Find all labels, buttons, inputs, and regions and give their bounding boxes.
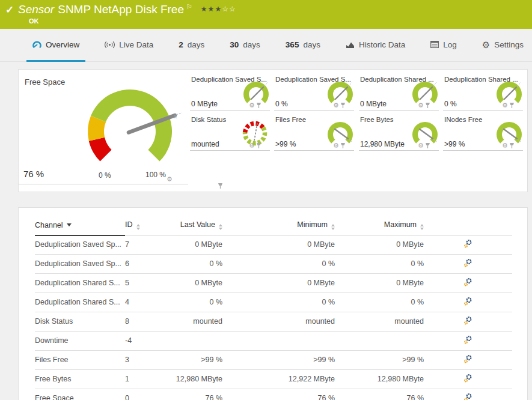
- gear-icon[interactable]: ⚙: [502, 142, 508, 149]
- channel-minimum: 76 %: [222, 389, 335, 400]
- tile-divider: [190, 110, 270, 111]
- tile-tools: ⚙: [333, 102, 346, 109]
- channel-settings-gears-icon[interactable]: [463, 374, 472, 383]
- tile-tools: ⚙: [249, 102, 261, 109]
- table-header-row: Channel ID Last Value Minimum Maximum: [35, 208, 512, 235]
- pin-icon[interactable]: [509, 142, 515, 149]
- tab-number: 30: [230, 40, 239, 49]
- channel-id: 7: [125, 235, 159, 255]
- pin-icon[interactable]: [218, 183, 223, 189]
- gauge-value: >99 %: [444, 140, 465, 148]
- channel-settings-gears-icon[interactable]: [463, 335, 472, 344]
- channel-settings-gears-icon[interactable]: [463, 239, 472, 248]
- channel-settings-gears-icon[interactable]: [463, 316, 472, 325]
- channel-name[interactable]: Deduplication Shared S...: [35, 274, 125, 293]
- tile-divider: [190, 150, 270, 151]
- channel-row[interactable]: Deduplication Saved Sp... 6 0 % 0 % 0 %: [35, 255, 512, 274]
- channel-name[interactable]: Free Bytes: [35, 370, 125, 389]
- channel-row[interactable]: Deduplication Shared S... 5 0 MByte 0 MB…: [35, 274, 512, 293]
- channel-row[interactable]: Free Space 0 76 % 76 % 76 %: [35, 389, 512, 400]
- channel-name[interactable]: Free Space: [35, 389, 125, 400]
- channel-settings-gears-icon[interactable]: [463, 258, 472, 267]
- column-header-channel[interactable]: Channel: [35, 208, 125, 235]
- tab-number: 2: [179, 40, 183, 49]
- gear-icon[interactable]: ⚙: [249, 102, 255, 109]
- gear-icon[interactable]: ⚙: [333, 102, 339, 109]
- gear-icon[interactable]: ⚙: [167, 176, 173, 183]
- gauge-tile-dedup-saved-percent[interactable]: Deduplication Saved S... 0 % ⚙: [274, 76, 356, 114]
- gauge-value: 0 %: [444, 100, 457, 108]
- tab-30-days[interactable]: 30 days: [224, 29, 266, 62]
- channel-row[interactable]: Disk Status 8 mounted mounted mounted: [35, 312, 512, 332]
- gauge-tile-dedup-shared-percent[interactable]: Deduplication Shared ... 0 % ⚙: [443, 76, 525, 114]
- channel-settings-gears-icon[interactable]: [463, 297, 472, 306]
- tab-365-days[interactable]: 365 days: [280, 29, 326, 62]
- pin-icon[interactable]: [425, 102, 430, 109]
- column-header-last-value[interactable]: Last Value: [159, 208, 222, 235]
- channel-settings-gears-icon[interactable]: [463, 354, 472, 363]
- gauge-tile-dedup-shared-bytes[interactable]: Deduplication Shared ... 0 MByte ⚙: [359, 76, 441, 114]
- priority-stars[interactable]: ★★★☆☆: [201, 5, 236, 13]
- sensor-kind-label: Sensor: [18, 3, 54, 16]
- sort-icon: [420, 224, 424, 230]
- flag-icon[interactable]: ⚐: [186, 3, 192, 10]
- channel-row[interactable]: Free Bytes 1 12,980 MByte 12,922 MByte 1…: [35, 370, 512, 389]
- pin-icon[interactable]: [425, 142, 430, 149]
- channel-row[interactable]: Deduplication Saved Sp... 7 0 MByte 0 MB…: [35, 235, 512, 255]
- channel-name[interactable]: Deduplication Saved Sp...: [35, 255, 125, 274]
- channel-name[interactable]: Deduplication Saved Sp...: [35, 235, 125, 255]
- channel-row[interactable]: Files Free 3 >99 % >99 % >99 %: [35, 351, 512, 370]
- channels-table: Channel ID Last Value Minimum Maximum De…: [35, 208, 512, 400]
- free-space-gauge-tile[interactable]: Free Space x 76 % 0 % 100 % ⚙: [19, 70, 188, 193]
- gauge-tile-inodes-free[interactable]: INodes Free >99 % ⚙: [443, 116, 525, 154]
- tab-live-data[interactable]: Live Data: [99, 29, 159, 62]
- channel-id: 5: [125, 274, 159, 293]
- gear-icon[interactable]: ⚙: [502, 102, 508, 109]
- channel-settings-gears-icon[interactable]: [463, 277, 472, 286]
- channel-name[interactable]: Deduplication Shared S...: [35, 293, 125, 312]
- log-icon: [430, 41, 439, 48]
- column-header-minimum[interactable]: Minimum: [222, 208, 335, 235]
- tab-settings[interactable]: ⚙ Settings: [476, 29, 530, 62]
- channel-row[interactable]: Deduplication Shared S... 4 0 % 0 % 0 %: [35, 293, 512, 312]
- gauge-tile-files-free[interactable]: Files Free >99 % ⚙: [274, 116, 356, 154]
- channel-row[interactable]: Downtime -4: [35, 332, 512, 351]
- channel-settings-gears-icon[interactable]: [463, 393, 472, 400]
- channel-id: 4: [125, 293, 159, 312]
- gear-icon[interactable]: ⚙: [249, 142, 255, 149]
- channel-name[interactable]: Disk Status: [35, 312, 125, 332]
- channel-last-value: 0 %: [159, 293, 222, 312]
- gauge-value: 0 %: [275, 100, 288, 108]
- gauge-title: Free Space: [25, 77, 65, 86]
- pin-icon[interactable]: [509, 102, 515, 109]
- pin-icon[interactable]: [340, 142, 346, 149]
- tab-label: Live Data: [119, 40, 153, 49]
- sensor-tabbar: Overview Live Data 2 days 30 days 365 da…: [0, 29, 532, 62]
- gear-icon[interactable]: ⚙: [333, 142, 339, 149]
- tab-overview[interactable]: Overview: [26, 29, 85, 62]
- gauge-tile-dedup-saved-bytes[interactable]: Deduplication Saved S... 0 MByte ⚙: [190, 76, 272, 114]
- tile-divider: [19, 184, 188, 184]
- gear-icon: ⚙: [482, 40, 490, 49]
- tab-log[interactable]: Log: [424, 29, 463, 62]
- gauge-scale-min: 0 %: [99, 171, 111, 180]
- column-header-tools: [424, 208, 512, 235]
- channel-minimum: 12,922 MByte: [222, 370, 335, 389]
- pin-icon[interactable]: [256, 142, 261, 149]
- channel-name[interactable]: Files Free: [35, 351, 125, 370]
- channel-name[interactable]: Downtime: [35, 332, 125, 351]
- tab-historic-data[interactable]: Historic Data: [340, 29, 411, 62]
- tab-2-days[interactable]: 2 days: [173, 29, 210, 62]
- column-header-maximum[interactable]: Maximum: [335, 208, 424, 235]
- gear-icon[interactable]: ⚙: [418, 142, 424, 149]
- channel-minimum: 0 MByte: [222, 274, 335, 293]
- gauge-tile-free-bytes[interactable]: Free Bytes 12,980 MByte ⚙: [359, 116, 441, 154]
- priority-stars-empty: ☆☆: [222, 5, 236, 13]
- pin-icon[interactable]: [256, 102, 261, 109]
- gear-icon[interactable]: ⚙: [418, 102, 424, 109]
- gauge-value: 76 %: [23, 169, 44, 179]
- pin-icon[interactable]: [340, 102, 346, 109]
- column-header-id[interactable]: ID: [125, 208, 159, 235]
- gauge-tile-disk-status[interactable]: Disk Status mounted ⚙: [190, 116, 272, 154]
- tile-tools: ⚙: [333, 142, 346, 149]
